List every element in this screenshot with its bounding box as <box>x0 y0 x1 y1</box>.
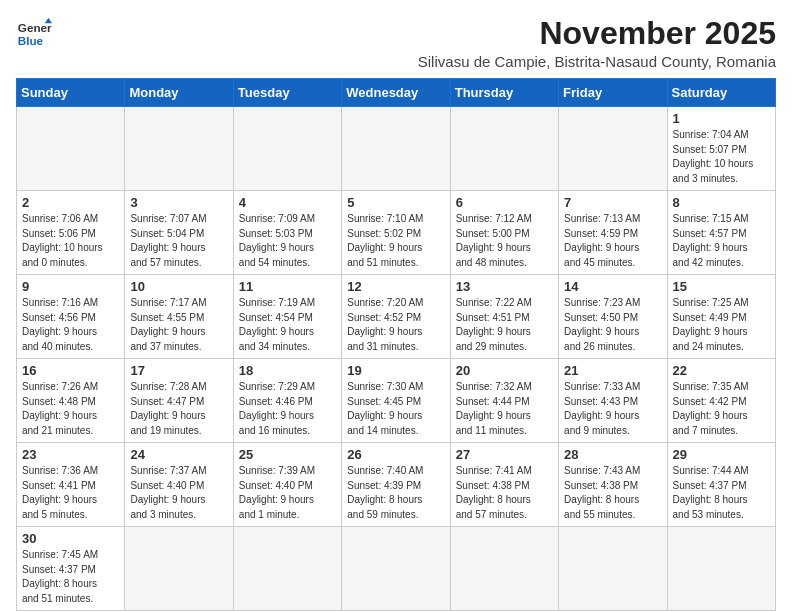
day-info: Sunrise: 7:40 AM Sunset: 4:39 PM Dayligh… <box>347 464 444 522</box>
calendar-cell <box>342 527 450 611</box>
calendar-cell <box>233 107 341 191</box>
calendar-cell <box>450 107 558 191</box>
day-info: Sunrise: 7:37 AM Sunset: 4:40 PM Dayligh… <box>130 464 227 522</box>
calendar-cell <box>233 527 341 611</box>
day-info: Sunrise: 7:29 AM Sunset: 4:46 PM Dayligh… <box>239 380 336 438</box>
calendar-cell <box>559 527 667 611</box>
day-header-thursday: Thursday <box>450 79 558 107</box>
calendar-cell: 3Sunrise: 7:07 AM Sunset: 5:04 PM Daylig… <box>125 191 233 275</box>
calendar-cell: 29Sunrise: 7:44 AM Sunset: 4:37 PM Dayli… <box>667 443 775 527</box>
month-title: November 2025 <box>418 16 776 51</box>
calendar-cell: 27Sunrise: 7:41 AM Sunset: 4:38 PM Dayli… <box>450 443 558 527</box>
day-info: Sunrise: 7:13 AM Sunset: 4:59 PM Dayligh… <box>564 212 661 270</box>
logo-icon: General Blue <box>16 16 52 52</box>
calendar-cell <box>125 107 233 191</box>
calendar-week-row: 30Sunrise: 7:45 AM Sunset: 4:37 PM Dayli… <box>17 527 776 611</box>
calendar-cell: 25Sunrise: 7:39 AM Sunset: 4:40 PM Dayli… <box>233 443 341 527</box>
day-number: 26 <box>347 447 444 462</box>
day-number: 11 <box>239 279 336 294</box>
calendar-cell <box>559 107 667 191</box>
day-header-friday: Friday <box>559 79 667 107</box>
calendar-cell: 9Sunrise: 7:16 AM Sunset: 4:56 PM Daylig… <box>17 275 125 359</box>
day-number: 12 <box>347 279 444 294</box>
calendar-cell <box>342 107 450 191</box>
day-info: Sunrise: 7:45 AM Sunset: 4:37 PM Dayligh… <box>22 548 119 606</box>
day-info: Sunrise: 7:30 AM Sunset: 4:45 PM Dayligh… <box>347 380 444 438</box>
day-info: Sunrise: 7:12 AM Sunset: 5:00 PM Dayligh… <box>456 212 553 270</box>
day-info: Sunrise: 7:25 AM Sunset: 4:49 PM Dayligh… <box>673 296 770 354</box>
day-info: Sunrise: 7:33 AM Sunset: 4:43 PM Dayligh… <box>564 380 661 438</box>
day-header-sunday: Sunday <box>17 79 125 107</box>
day-number: 27 <box>456 447 553 462</box>
calendar-cell: 13Sunrise: 7:22 AM Sunset: 4:51 PM Dayli… <box>450 275 558 359</box>
day-info: Sunrise: 7:17 AM Sunset: 4:55 PM Dayligh… <box>130 296 227 354</box>
day-header-wednesday: Wednesday <box>342 79 450 107</box>
calendar-cell: 19Sunrise: 7:30 AM Sunset: 4:45 PM Dayli… <box>342 359 450 443</box>
calendar-cell: 22Sunrise: 7:35 AM Sunset: 4:42 PM Dayli… <box>667 359 775 443</box>
calendar-cell: 12Sunrise: 7:20 AM Sunset: 4:52 PM Dayli… <box>342 275 450 359</box>
calendar-cell: 20Sunrise: 7:32 AM Sunset: 4:44 PM Dayli… <box>450 359 558 443</box>
day-info: Sunrise: 7:06 AM Sunset: 5:06 PM Dayligh… <box>22 212 119 270</box>
day-number: 3 <box>130 195 227 210</box>
day-info: Sunrise: 7:19 AM Sunset: 4:54 PM Dayligh… <box>239 296 336 354</box>
day-info: Sunrise: 7:23 AM Sunset: 4:50 PM Dayligh… <box>564 296 661 354</box>
day-number: 10 <box>130 279 227 294</box>
day-number: 28 <box>564 447 661 462</box>
calendar-cell: 26Sunrise: 7:40 AM Sunset: 4:39 PM Dayli… <box>342 443 450 527</box>
day-number: 17 <box>130 363 227 378</box>
day-info: Sunrise: 7:16 AM Sunset: 4:56 PM Dayligh… <box>22 296 119 354</box>
day-number: 21 <box>564 363 661 378</box>
calendar-cell: 23Sunrise: 7:36 AM Sunset: 4:41 PM Dayli… <box>17 443 125 527</box>
day-info: Sunrise: 7:07 AM Sunset: 5:04 PM Dayligh… <box>130 212 227 270</box>
calendar-cell: 14Sunrise: 7:23 AM Sunset: 4:50 PM Dayli… <box>559 275 667 359</box>
calendar-cell: 4Sunrise: 7:09 AM Sunset: 5:03 PM Daylig… <box>233 191 341 275</box>
day-number: 30 <box>22 531 119 546</box>
day-info: Sunrise: 7:44 AM Sunset: 4:37 PM Dayligh… <box>673 464 770 522</box>
day-header-monday: Monday <box>125 79 233 107</box>
calendar-cell: 8Sunrise: 7:15 AM Sunset: 4:57 PM Daylig… <box>667 191 775 275</box>
day-info: Sunrise: 7:20 AM Sunset: 4:52 PM Dayligh… <box>347 296 444 354</box>
calendar-week-row: 9Sunrise: 7:16 AM Sunset: 4:56 PM Daylig… <box>17 275 776 359</box>
day-header-tuesday: Tuesday <box>233 79 341 107</box>
day-number: 6 <box>456 195 553 210</box>
calendar-cell: 11Sunrise: 7:19 AM Sunset: 4:54 PM Dayli… <box>233 275 341 359</box>
calendar-cell: 24Sunrise: 7:37 AM Sunset: 4:40 PM Dayli… <box>125 443 233 527</box>
calendar-cell <box>450 527 558 611</box>
day-number: 13 <box>456 279 553 294</box>
calendar-cell: 28Sunrise: 7:43 AM Sunset: 4:38 PM Dayli… <box>559 443 667 527</box>
day-number: 8 <box>673 195 770 210</box>
calendar-cell <box>667 527 775 611</box>
calendar-cell: 30Sunrise: 7:45 AM Sunset: 4:37 PM Dayli… <box>17 527 125 611</box>
day-info: Sunrise: 7:43 AM Sunset: 4:38 PM Dayligh… <box>564 464 661 522</box>
day-number: 4 <box>239 195 336 210</box>
svg-text:Blue: Blue <box>18 34 44 47</box>
day-info: Sunrise: 7:35 AM Sunset: 4:42 PM Dayligh… <box>673 380 770 438</box>
calendar-cell: 5Sunrise: 7:10 AM Sunset: 5:02 PM Daylig… <box>342 191 450 275</box>
page-header: General Blue November 2025 Silivasu de C… <box>16 16 776 70</box>
calendar-week-row: 1Sunrise: 7:04 AM Sunset: 5:07 PM Daylig… <box>17 107 776 191</box>
day-info: Sunrise: 7:10 AM Sunset: 5:02 PM Dayligh… <box>347 212 444 270</box>
day-number: 15 <box>673 279 770 294</box>
calendar-cell: 21Sunrise: 7:33 AM Sunset: 4:43 PM Dayli… <box>559 359 667 443</box>
title-block: November 2025 Silivasu de Campie, Bistri… <box>418 16 776 70</box>
calendar-week-row: 16Sunrise: 7:26 AM Sunset: 4:48 PM Dayli… <box>17 359 776 443</box>
day-number: 9 <box>22 279 119 294</box>
logo: General Blue <box>16 16 52 52</box>
day-info: Sunrise: 7:04 AM Sunset: 5:07 PM Dayligh… <box>673 128 770 186</box>
day-number: 22 <box>673 363 770 378</box>
day-info: Sunrise: 7:26 AM Sunset: 4:48 PM Dayligh… <box>22 380 119 438</box>
calendar-week-row: 23Sunrise: 7:36 AM Sunset: 4:41 PM Dayli… <box>17 443 776 527</box>
day-number: 5 <box>347 195 444 210</box>
day-number: 16 <box>22 363 119 378</box>
calendar-cell: 16Sunrise: 7:26 AM Sunset: 4:48 PM Dayli… <box>17 359 125 443</box>
day-number: 14 <box>564 279 661 294</box>
day-info: Sunrise: 7:28 AM Sunset: 4:47 PM Dayligh… <box>130 380 227 438</box>
day-number: 29 <box>673 447 770 462</box>
day-info: Sunrise: 7:32 AM Sunset: 4:44 PM Dayligh… <box>456 380 553 438</box>
day-number: 2 <box>22 195 119 210</box>
day-info: Sunrise: 7:36 AM Sunset: 4:41 PM Dayligh… <box>22 464 119 522</box>
calendar-cell: 17Sunrise: 7:28 AM Sunset: 4:47 PM Dayli… <box>125 359 233 443</box>
calendar-cell: 6Sunrise: 7:12 AM Sunset: 5:00 PM Daylig… <box>450 191 558 275</box>
calendar-cell: 2Sunrise: 7:06 AM Sunset: 5:06 PM Daylig… <box>17 191 125 275</box>
calendar-week-row: 2Sunrise: 7:06 AM Sunset: 5:06 PM Daylig… <box>17 191 776 275</box>
